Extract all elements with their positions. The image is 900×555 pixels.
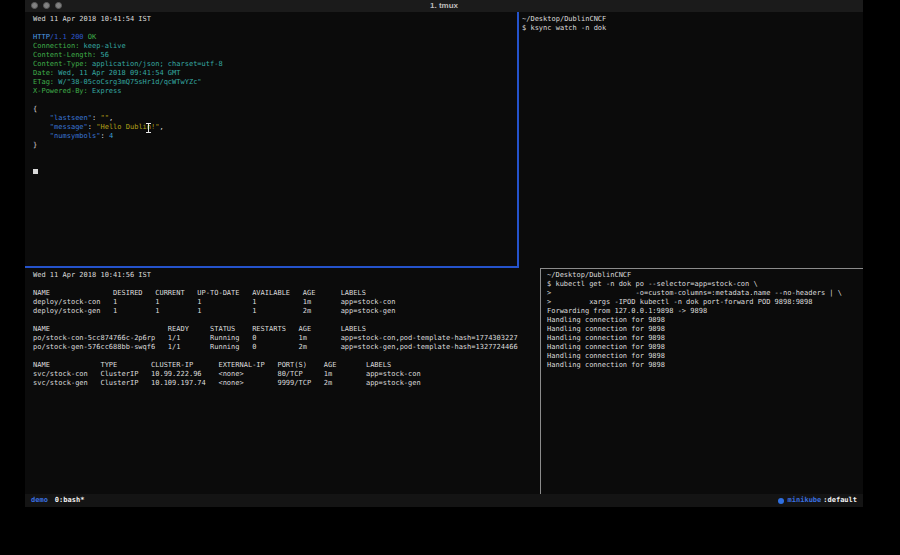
terminal-line: ~/Desktop/DublinCNCF <box>522 15 866 24</box>
terminal-line: Handling connection for 9898 <box>547 334 868 343</box>
terminal-line: Handling connection for 9898 <box>547 352 868 361</box>
terminal-line: svc/stock-gen ClusterIP 10.109.197.74 <n… <box>33 379 548 388</box>
tmux-content: Wed 11 Apr 2018 10:41:54 IST HTTP/1.1 20… <box>25 12 863 494</box>
terminal-line: { <box>33 105 525 114</box>
kube-context: minikube <box>788 494 822 507</box>
terminal-line: Handling connection for 9898 <box>547 316 868 325</box>
kubernetes-icon <box>778 498 784 504</box>
status-right-segment: minikube :default <box>778 494 857 507</box>
terminal-line: > -o=custom-columns=:metadata.name --no-… <box>547 289 868 298</box>
terminal-line: HTTP/1.1 200 OK <box>33 33 525 42</box>
terminal-line: Wed 11 Apr 2018 10:41:54 IST <box>33 15 525 24</box>
tmux-status-bar: demo 0:bash* minikube :default <box>25 494 863 507</box>
terminal-line <box>33 150 525 159</box>
terminal-window: 1. tmux Wed 11 Apr 2018 10:41:54 IST HTT… <box>25 0 863 507</box>
terminal-line: po/stock-gen-576cc688bb-swqf6 1/1 Runnin… <box>33 343 548 352</box>
terminal-line <box>33 24 525 33</box>
terminal-line: Handling connection for 9898 <box>547 343 868 352</box>
pane-ksync-watch[interactable]: ~/Desktop/DublinCNCF$ ksync watch -n dok <box>519 12 866 269</box>
terminal-line: "message": "Hello Dublin!", <box>33 123 525 132</box>
terminal-line <box>33 168 525 177</box>
minimize-button[interactable] <box>43 2 50 9</box>
terminal-line: ~/Desktop/DublinCNCF <box>547 271 868 280</box>
kube-namespace: :default <box>823 494 857 507</box>
terminal-line: Content-Length: 56 <box>33 51 525 60</box>
terminal-line: "numsymbols": 4 <box>33 132 525 141</box>
pane-divider-vertical-bottom[interactable] <box>540 268 541 494</box>
close-button[interactable] <box>31 2 38 9</box>
terminal-line: $ ksync watch -n dok <box>522 24 866 33</box>
desktop: 1. tmux Wed 11 Apr 2018 10:41:54 IST HTT… <box>0 0 900 555</box>
mouse-text-cursor <box>146 123 151 133</box>
terminal-line: Wed 11 Apr 2018 10:41:56 IST <box>33 271 548 280</box>
tmux-session-name[interactable]: demo <box>31 494 48 507</box>
terminal-line <box>33 280 548 289</box>
terminal-line: X-Powered-By: Express <box>33 87 525 96</box>
pane-kubectl-get[interactable]: Wed 11 Apr 2018 10:41:56 IST NAME DESIRE… <box>25 269 548 496</box>
window-titlebar[interactable]: 1. tmux <box>25 0 863 12</box>
terminal-line: } <box>33 141 525 150</box>
terminal-line: Connection: keep-alive <box>33 42 525 51</box>
terminal-line <box>33 316 548 325</box>
terminal-line: $ kubectl get -n dok po --selector=app=s… <box>547 280 868 289</box>
terminal-line <box>33 352 548 361</box>
pane-http-response[interactable]: Wed 11 Apr 2018 10:41:54 IST HTTP/1.1 20… <box>25 12 525 269</box>
terminal-line: deploy/stock-gen 1 1 1 1 2m app=stock-ge… <box>33 307 548 316</box>
terminal-line: Content-Type: application/json; charset=… <box>33 60 525 69</box>
terminal-line <box>33 96 525 105</box>
tmux-window-item[interactable]: 0:bash* <box>55 494 85 507</box>
terminal-line: svc/stock-con ClusterIP 10.99.222.96 <no… <box>33 370 548 379</box>
pane-port-forward[interactable]: ~/Desktop/DublinCNCF$ kubectl get -n dok… <box>542 269 868 496</box>
terminal-line: Forwarding from 127.0.0.1:9898 -> 9898 <box>547 307 868 316</box>
terminal-line: "lastseen": "", <box>33 114 525 123</box>
window-title: 1. tmux <box>25 0 863 12</box>
terminal-line: ETag: W/"38-05coCsrg3mQ75sHr1d/qcWTwYZc" <box>33 78 525 87</box>
terminal-line: NAME TYPE CLUSTER-IP EXTERNAL-IP PORT(S)… <box>33 361 548 370</box>
zoom-button[interactable] <box>55 2 62 9</box>
terminal-line: NAME READY STATUS RESTARTS AGE LABELS <box>33 325 548 334</box>
terminal-line <box>33 159 525 168</box>
terminal-line: Handling connection for 9898 <box>547 361 868 370</box>
terminal-line: Handling connection for 9898 <box>547 325 868 334</box>
terminal-line: Date: Wed, 11 Apr 2018 09:41:54 GMT <box>33 69 525 78</box>
pane-divider-horizontal-active[interactable] <box>25 266 519 268</box>
terminal-line: deploy/stock-con 1 1 1 1 1m app=stock-co… <box>33 298 548 307</box>
traffic-lights <box>31 2 62 9</box>
terminal-line: > xargs -IPOD kubectl -n dok port-forwar… <box>547 298 868 307</box>
terminal-line: po/stock-con-5cc874766c-2p6rp 1/1 Runnin… <box>33 334 548 343</box>
terminal-line: NAME DESIRED CURRENT UP-TO-DATE AVAILABL… <box>33 289 548 298</box>
